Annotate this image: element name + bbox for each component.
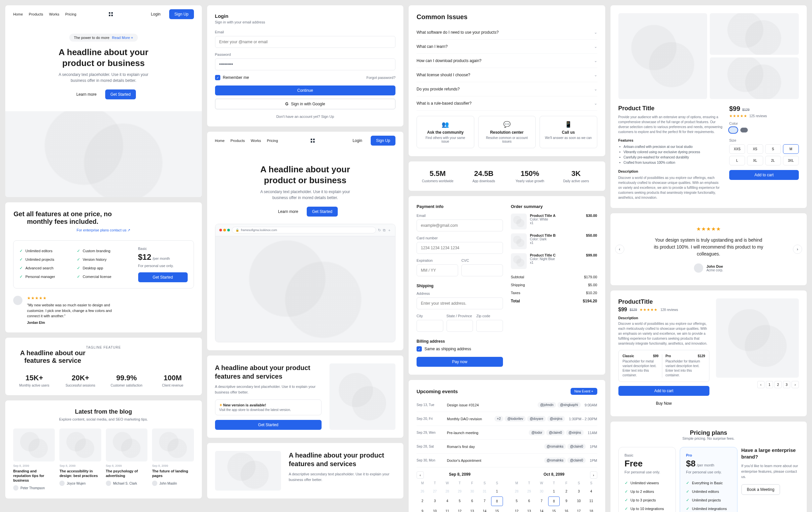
- event-row[interactable]: Sep 30, MonDoctor's Appointment@romalnks…: [416, 454, 597, 467]
- faq-item[interactable]: What is a rule-based classifier?⌄: [416, 97, 597, 111]
- cal-day[interactable]: 27: [429, 487, 441, 496]
- cal-day[interactable]: 8: [548, 496, 560, 506]
- cal-day[interactable]: 4: [441, 496, 453, 506]
- page-next[interactable]: ›: [791, 381, 799, 388]
- signup-button[interactable]: Sign Up: [371, 136, 396, 145]
- cal-day[interactable]: 12: [511, 507, 523, 512]
- enterprise-link[interactable]: For enterprise plans contact us ↗: [13, 228, 194, 233]
- cal-day[interactable]: 15: [548, 507, 560, 512]
- size-option[interactable]: XXS: [729, 144, 745, 154]
- page-1[interactable]: 1: [766, 381, 773, 388]
- help-card[interactable]: 💬Resolution centerResolve common or acco…: [478, 116, 536, 148]
- card-input[interactable]: [416, 242, 503, 254]
- book-meeting-button[interactable]: Book a Meeting: [742, 484, 780, 495]
- cal-day[interactable]: 9: [416, 507, 429, 512]
- continue-button[interactable]: Continue: [215, 85, 396, 96]
- size-option[interactable]: XL: [747, 156, 763, 165]
- cal-day[interactable]: 31: [478, 487, 490, 496]
- same-address-checkbox[interactable]: ✓Same as shipping address: [416, 346, 503, 352]
- nav-home[interactable]: Home: [13, 12, 23, 16]
- cal-day[interactable]: 28: [511, 487, 523, 496]
- learn-more-button[interactable]: Learn more: [71, 89, 102, 99]
- promo-pill[interactable]: The power to do more Read More +: [69, 34, 138, 42]
- add-to-cart-button[interactable]: Add to cart: [729, 170, 799, 180]
- state-input[interactable]: [446, 320, 473, 332]
- help-card[interactable]: 👥Ask the communityFind others with your …: [416, 116, 474, 148]
- pay-button[interactable]: Pay now: [416, 357, 503, 367]
- signup-button[interactable]: Sign Up: [169, 9, 194, 19]
- google-signin-button[interactable]: G Sign in with Google: [215, 99, 396, 109]
- learn-more-button[interactable]: Learn more: [273, 207, 303, 217]
- buy-now-button[interactable]: Buy Now: [618, 399, 709, 408]
- forgot-password-link[interactable]: Forgot password?: [367, 76, 396, 80]
- cal-day[interactable]: 7: [535, 496, 548, 506]
- expiry-input[interactable]: [416, 264, 458, 276]
- testimonial-next-button[interactable]: ›: [793, 245, 802, 254]
- cal-day[interactable]: 13: [523, 507, 535, 512]
- cal-day[interactable]: 30: [535, 487, 548, 496]
- cal-day[interactable]: 2: [560, 487, 572, 496]
- cal-next-button[interactable]: ›: [590, 471, 597, 479]
- size-option[interactable]: S: [765, 144, 781, 154]
- page-prev[interactable]: ‹: [757, 381, 764, 388]
- cal-day[interactable]: 5: [511, 496, 523, 506]
- cal-day[interactable]: 12: [454, 507, 466, 512]
- size-option[interactable]: XS: [747, 144, 763, 154]
- email-input[interactable]: [215, 36, 396, 48]
- cal-day[interactable]: 10: [573, 496, 585, 506]
- cal-day[interactable]: 8: [491, 496, 503, 506]
- cal-day[interactable]: 17: [573, 507, 585, 512]
- nav-pricing[interactable]: Pricing: [65, 12, 77, 16]
- event-row[interactable]: Sep 13, TueDesign issue #3124@johndn@xin…: [416, 398, 597, 412]
- faq-item[interactable]: What license should I choose?⌄: [416, 68, 597, 82]
- blog-post[interactable]: Sep 8, 2099The future of landing pagesJo…: [152, 429, 194, 491]
- cal-day[interactable]: 11: [585, 496, 597, 506]
- cal-day[interactable]: 26: [416, 487, 429, 496]
- cal-day[interactable]: 4: [585, 487, 597, 496]
- cal-prev-button[interactable]: ‹: [416, 471, 424, 479]
- faq-item[interactable]: How can I download products again?⌄: [416, 54, 597, 68]
- page-2[interactable]: 2: [775, 381, 782, 388]
- cal-day[interactable]: 18: [585, 507, 597, 512]
- cal-day[interactable]: 14: [535, 507, 548, 512]
- event-row[interactable]: Sep 29, WenPre-launch meeting@todor@clai…: [416, 426, 597, 440]
- cal-day[interactable]: 1: [548, 487, 560, 496]
- cal-day[interactable]: 29: [454, 487, 466, 496]
- nav-products[interactable]: Products: [29, 12, 43, 16]
- cal-day[interactable]: 2: [416, 496, 429, 506]
- help-card[interactable]: 📱Call usWe'll answer as soon as we can: [540, 116, 597, 148]
- get-started-button[interactable]: Get Started: [307, 207, 338, 217]
- password-input[interactable]: [215, 58, 396, 70]
- blog-post[interactable]: Sep 8, 2099Branding and reputation tips …: [13, 429, 55, 491]
- cal-day[interactable]: 3: [429, 496, 441, 506]
- login-button[interactable]: Login: [145, 9, 166, 19]
- cal-day[interactable]: 7: [478, 496, 490, 506]
- cal-day[interactable]: 13: [466, 507, 478, 512]
- event-row[interactable]: Sep 28, SatRoman's first day@romalnks@cl…: [416, 440, 597, 454]
- cal-day[interactable]: 16: [560, 507, 572, 512]
- nav-works[interactable]: Works: [49, 12, 59, 16]
- nav-works[interactable]: Works: [251, 139, 261, 143]
- faq-item[interactable]: What can I learn?⌄: [416, 39, 597, 54]
- cal-day[interactable]: 30: [466, 487, 478, 496]
- cal-day[interactable]: 1: [491, 487, 503, 496]
- plan-cta[interactable]: Get Started: [138, 272, 188, 282]
- page-3[interactable]: 3: [783, 381, 790, 388]
- nav-products[interactable]: Products: [231, 139, 245, 143]
- blog-post[interactable]: Sep 8, 2099The accessibility in design: …: [59, 429, 101, 491]
- size-option[interactable]: L: [729, 156, 745, 165]
- login-button[interactable]: Login: [347, 136, 368, 145]
- city-input[interactable]: [416, 320, 443, 332]
- cal-day[interactable]: 14: [478, 507, 490, 512]
- cal-day[interactable]: 10: [429, 507, 441, 512]
- nav-pricing[interactable]: Pricing: [267, 139, 278, 143]
- faq-item[interactable]: What software do I need to use your prod…: [416, 25, 597, 39]
- cvc-input[interactable]: [461, 264, 503, 276]
- testimonial-prev-button[interactable]: ‹: [615, 245, 624, 254]
- remember-checkbox[interactable]: ✓ Remember me: [215, 75, 249, 80]
- event-row[interactable]: Sep 20, FriMonthly DAO revision+2@todori…: [416, 412, 597, 426]
- cal-day[interactable]: 11: [441, 507, 453, 512]
- product-thumb[interactable]: [710, 57, 799, 99]
- product-main-image[interactable]: [618, 13, 707, 99]
- cal-day[interactable]: 29: [523, 487, 535, 496]
